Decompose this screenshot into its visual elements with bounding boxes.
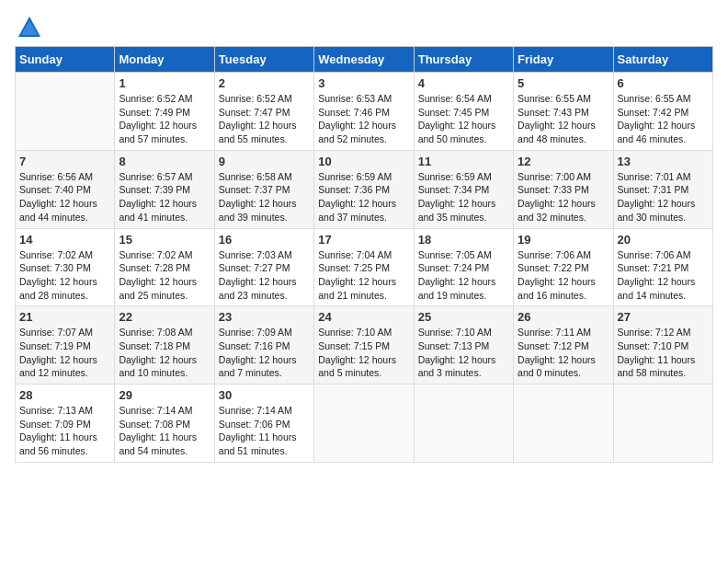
day-info: Sunrise: 6:53 AM Sunset: 7:46 PM Dayligh… [318,92,409,146]
day-of-week-header: Tuesday [214,47,313,73]
day-number: 15 [119,233,210,247]
day-number: 22 [119,310,210,324]
day-number: 27 [618,310,709,324]
day-number: 1 [119,76,210,90]
day-info: Sunrise: 6:52 AM Sunset: 7:47 PM Dayligh… [219,92,310,146]
day-number: 13 [618,155,709,168]
day-info: Sunrise: 7:07 AM Sunset: 7:19 PM Dayligh… [19,326,110,380]
day-info: Sunrise: 7:05 AM Sunset: 7:24 PM Dayligh… [418,248,509,303]
calendar-cell: 7Sunrise: 6:56 AM Sunset: 7:40 PM Daylig… [16,150,115,228]
calendar-cell [514,385,613,463]
day-info: Sunrise: 7:08 AM Sunset: 7:18 PM Dayligh… [119,326,210,380]
calendar-cell: 1Sunrise: 6:52 AM Sunset: 7:49 PM Daylig… [115,73,214,151]
calendar-cell [414,385,513,463]
day-info: Sunrise: 7:14 AM Sunset: 7:08 PM Dayligh… [119,404,210,458]
day-info: Sunrise: 7:03 AM Sunset: 7:27 PM Dayligh… [219,248,310,303]
day-info: Sunrise: 7:04 AM Sunset: 7:25 PM Dayligh… [318,248,409,303]
calendar-table: SundayMondayTuesdayWednesdayThursdayFrid… [15,46,713,463]
day-info: Sunrise: 7:10 AM Sunset: 7:13 PM Dayligh… [418,326,509,380]
calendar-body: 1Sunrise: 6:52 AM Sunset: 7:49 PM Daylig… [16,73,713,463]
calendar-cell: 10Sunrise: 6:59 AM Sunset: 7:36 PM Dayli… [314,150,414,228]
day-number: 8 [119,155,210,168]
day-of-week-header: Wednesday [314,47,414,73]
day-number: 24 [318,310,409,324]
calendar-cell: 4Sunrise: 6:54 AM Sunset: 7:45 PM Daylig… [414,73,513,151]
page-header [15,15,713,37]
calendar-cell: 2Sunrise: 6:52 AM Sunset: 7:47 PM Daylig… [214,73,313,151]
calendar-cell: 6Sunrise: 6:55 AM Sunset: 7:42 PM Daylig… [613,73,712,151]
day-info: Sunrise: 6:54 AM Sunset: 7:45 PM Dayligh… [418,92,509,146]
day-number: 20 [618,233,709,247]
calendar-cell: 29Sunrise: 7:14 AM Sunset: 7:08 PM Dayli… [115,385,214,463]
day-number: 6 [618,76,709,90]
day-info: Sunrise: 7:13 AM Sunset: 7:09 PM Dayligh… [19,404,110,458]
day-number: 25 [418,310,509,324]
day-info: Sunrise: 6:55 AM Sunset: 7:42 PM Dayligh… [618,92,709,146]
day-of-week-header: Sunday [16,47,115,73]
day-info: Sunrise: 6:52 AM Sunset: 7:49 PM Dayligh… [119,92,210,146]
calendar-cell: 11Sunrise: 6:59 AM Sunset: 7:34 PM Dayli… [414,150,513,228]
day-number: 5 [518,76,609,90]
day-number: 18 [418,233,509,247]
calendar-cell: 5Sunrise: 6:55 AM Sunset: 7:43 PM Daylig… [514,73,613,151]
day-number: 14 [19,233,110,247]
day-info: Sunrise: 6:59 AM Sunset: 7:36 PM Dayligh… [318,170,409,224]
day-info: Sunrise: 6:57 AM Sunset: 7:39 PM Dayligh… [119,170,210,224]
day-number: 16 [219,233,310,247]
calendar-cell: 24Sunrise: 7:10 AM Sunset: 7:15 PM Dayli… [314,306,414,385]
calendar-cell: 13Sunrise: 7:01 AM Sunset: 7:31 PM Dayli… [613,150,712,228]
logo [15,15,42,37]
day-of-week-header: Friday [514,47,613,73]
calendar-week-row: 28Sunrise: 7:13 AM Sunset: 7:09 PM Dayli… [16,385,713,463]
calendar-cell: 21Sunrise: 7:07 AM Sunset: 7:19 PM Dayli… [16,306,115,385]
day-info: Sunrise: 7:01 AM Sunset: 7:31 PM Dayligh… [618,170,709,224]
day-number: 9 [219,155,310,168]
day-info: Sunrise: 7:02 AM Sunset: 7:30 PM Dayligh… [19,248,110,303]
day-number: 30 [219,388,310,402]
day-info: Sunrise: 7:00 AM Sunset: 7:33 PM Dayligh… [518,170,609,224]
day-of-week-header: Monday [115,47,214,73]
calendar-cell: 17Sunrise: 7:04 AM Sunset: 7:25 PM Dayli… [314,228,414,306]
day-number: 29 [119,388,210,402]
day-number: 17 [318,233,409,247]
day-of-week-header: Saturday [613,47,712,73]
calendar-cell: 20Sunrise: 7:06 AM Sunset: 7:21 PM Dayli… [613,228,712,306]
day-info: Sunrise: 7:06 AM Sunset: 7:21 PM Dayligh… [618,248,709,303]
calendar-cell: 14Sunrise: 7:02 AM Sunset: 7:30 PM Dayli… [16,228,115,306]
calendar-week-row: 14Sunrise: 7:02 AM Sunset: 7:30 PM Dayli… [16,228,713,306]
calendar-cell: 3Sunrise: 6:53 AM Sunset: 7:46 PM Daylig… [314,73,414,151]
calendar-header-row: SundayMondayTuesdayWednesdayThursdayFrid… [16,47,713,73]
calendar-cell: 26Sunrise: 7:11 AM Sunset: 7:12 PM Dayli… [514,306,613,385]
calendar-cell: 15Sunrise: 7:02 AM Sunset: 7:28 PM Dayli… [115,228,214,306]
day-number: 28 [19,388,110,402]
day-number: 7 [19,155,110,168]
day-number: 11 [418,155,509,168]
day-number: 23 [219,310,310,324]
calendar-cell: 18Sunrise: 7:05 AM Sunset: 7:24 PM Dayli… [414,228,513,306]
calendar-cell [16,73,115,151]
day-info: Sunrise: 7:06 AM Sunset: 7:22 PM Dayligh… [518,248,609,303]
calendar-cell: 8Sunrise: 6:57 AM Sunset: 7:39 PM Daylig… [115,150,214,228]
calendar-week-row: 1Sunrise: 6:52 AM Sunset: 7:49 PM Daylig… [16,73,713,151]
day-number: 2 [219,76,310,90]
day-info: Sunrise: 6:59 AM Sunset: 7:34 PM Dayligh… [418,170,509,224]
day-info: Sunrise: 6:58 AM Sunset: 7:37 PM Dayligh… [219,170,310,224]
calendar-cell: 27Sunrise: 7:12 AM Sunset: 7:10 PM Dayli… [613,306,712,385]
day-number: 26 [518,310,609,324]
day-number: 4 [418,76,509,90]
day-info: Sunrise: 7:12 AM Sunset: 7:10 PM Dayligh… [618,326,709,380]
calendar-cell: 22Sunrise: 7:08 AM Sunset: 7:18 PM Dayli… [115,306,214,385]
day-info: Sunrise: 7:10 AM Sunset: 7:15 PM Dayligh… [318,326,409,380]
day-info: Sunrise: 6:55 AM Sunset: 7:43 PM Dayligh… [518,92,609,146]
day-of-week-header: Thursday [414,47,513,73]
calendar-cell: 16Sunrise: 7:03 AM Sunset: 7:27 PM Dayli… [214,228,313,306]
day-number: 19 [518,233,609,247]
day-info: Sunrise: 6:56 AM Sunset: 7:40 PM Dayligh… [19,170,110,224]
day-info: Sunrise: 7:02 AM Sunset: 7:28 PM Dayligh… [119,248,210,303]
calendar-cell: 12Sunrise: 7:00 AM Sunset: 7:33 PM Dayli… [514,150,613,228]
calendar-cell: 25Sunrise: 7:10 AM Sunset: 7:13 PM Dayli… [414,306,513,385]
calendar-week-row: 21Sunrise: 7:07 AM Sunset: 7:19 PM Dayli… [16,306,713,385]
day-info: Sunrise: 7:14 AM Sunset: 7:06 PM Dayligh… [219,404,310,458]
calendar-cell: 28Sunrise: 7:13 AM Sunset: 7:09 PM Dayli… [16,385,115,463]
logo-icon [17,15,42,40]
